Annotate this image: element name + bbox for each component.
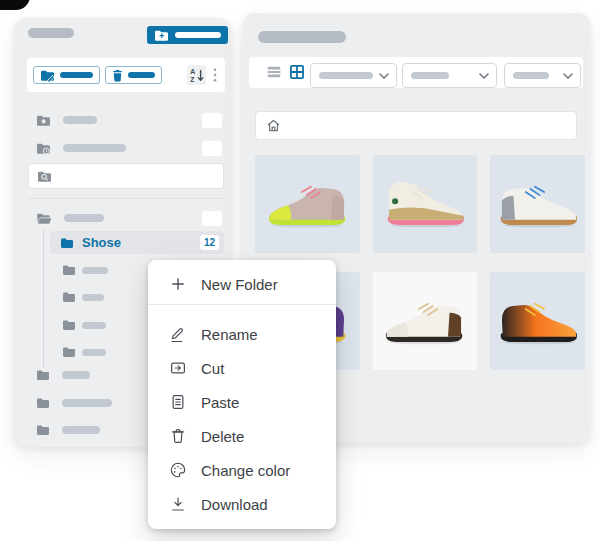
select-value-placeholder	[319, 72, 373, 79]
rename-folder-toolbar-button[interactable]	[33, 66, 100, 84]
folder-count-badge	[202, 113, 222, 128]
svg-text:A: A	[190, 68, 195, 75]
grid-view-icon	[289, 64, 305, 80]
menu-item-download[interactable]: Download	[148, 487, 336, 521]
folder-name-placeholder	[64, 214, 104, 222]
svg-text:Z: Z	[190, 75, 194, 82]
asset-card-sneaker-white-blue-gum[interactable]	[490, 155, 585, 253]
folder-icon	[36, 424, 50, 436]
folder-count-badge	[202, 211, 222, 226]
folder-action-buttons	[33, 66, 162, 84]
menu-item-delete[interactable]: Delete	[148, 419, 336, 453]
screenshot-root: AZ Shose12 New FolderRenameCutPasteDelet…	[0, 0, 600, 541]
content-title-placeholder	[258, 31, 346, 43]
more-options-button[interactable]	[211, 68, 219, 82]
folder-icon	[62, 264, 76, 276]
sneaker-neon-yellow-image	[262, 171, 354, 237]
list-view-toggle-button[interactable]	[266, 64, 282, 80]
folder-home-icon	[36, 114, 51, 127]
new-folder-button[interactable]	[147, 26, 228, 44]
sort-alpha-down-icon: AZ	[189, 67, 205, 84]
folder-name-placeholder	[62, 399, 112, 407]
folder-icon	[62, 291, 76, 303]
folder-icon	[62, 346, 76, 358]
asset-card-sneaker-neon-yellow[interactable]	[255, 155, 360, 253]
paste-icon	[168, 393, 188, 411]
folder-name-placeholder	[63, 116, 97, 124]
chevron-down-icon	[479, 73, 489, 79]
folder-name-placeholder	[82, 294, 104, 301]
folder-name-placeholder	[63, 144, 126, 152]
menu-item-label: Rename	[201, 326, 258, 343]
folder-name-placeholder	[62, 371, 90, 379]
sidebar-quick-item[interactable]	[14, 112, 231, 128]
sneaker-white-blue-gum-image	[492, 171, 584, 237]
folder-icon	[36, 397, 50, 409]
download-icon	[168, 495, 188, 513]
folder-plus-icon	[154, 29, 169, 42]
folder-search-icon	[37, 170, 52, 183]
sidebar-item-shose-selected[interactable]: Shose12	[50, 231, 224, 254]
filter-select-2[interactable]	[402, 63, 497, 88]
palette-icon	[168, 461, 188, 479]
asset-card-sneaker-white-brown[interactable]	[373, 272, 477, 370]
list-view-icon	[266, 64, 282, 80]
filter-select-1[interactable]	[310, 63, 397, 88]
trash-filled-icon	[112, 69, 123, 82]
cut-icon	[168, 359, 188, 377]
content-toolbar	[249, 57, 583, 88]
menu-item-rename[interactable]: Rename	[148, 317, 336, 351]
sort-button[interactable]: AZ	[187, 65, 206, 85]
folder-name-placeholder	[82, 267, 108, 274]
folder-name-placeholder	[82, 349, 106, 356]
sneaker-white-brown-image	[379, 288, 471, 354]
plus-icon	[168, 275, 188, 293]
menu-item-cut[interactable]: Cut	[148, 351, 336, 385]
menu-item-label: Cut	[201, 360, 224, 377]
delete-folder-toolbar-button[interactable]	[105, 66, 162, 84]
button-label-placeholder	[60, 72, 93, 78]
menu-item-label: Download	[201, 496, 268, 513]
trash-outline-icon	[168, 427, 188, 445]
menu-item-paste[interactable]: Paste	[148, 385, 336, 419]
asset-card-sneaker-white-tan-hightop[interactable]	[373, 155, 477, 253]
chevron-down-icon	[379, 73, 389, 79]
select-value-placeholder	[411, 72, 449, 79]
folder-clock-icon	[36, 142, 51, 155]
breadcrumb[interactable]	[255, 111, 577, 140]
menu-item-label: Change color	[201, 462, 290, 479]
folder-edit-icon	[40, 69, 55, 82]
kebab-icon	[213, 68, 217, 82]
grid-view-toggle-button[interactable]	[289, 64, 305, 80]
folder-name-placeholder	[62, 426, 100, 434]
chevron-down-icon	[563, 73, 573, 79]
folder-actions-toolbar: AZ	[27, 58, 225, 92]
home-icon	[266, 118, 281, 133]
asset-card-sneaker-orange-black[interactable]	[490, 272, 585, 370]
menu-item-label: Delete	[201, 428, 244, 445]
folder-icon-blue	[60, 237, 74, 249]
menu-item-new-folder[interactable]: New Folder	[148, 264, 336, 304]
folder-open-icon	[36, 212, 52, 225]
sidebar-quick-item[interactable]	[14, 140, 231, 156]
select-value-placeholder	[513, 72, 549, 79]
folder-context-menu: New FolderRenameCutPasteDeleteChange col…	[148, 260, 336, 529]
window-corner-decoration	[0, 0, 30, 10]
sneaker-white-tan-hightop-image	[379, 171, 471, 237]
menu-item-change-color[interactable]: Change color	[148, 453, 336, 487]
pencil-icon	[168, 325, 188, 343]
menu-divider	[148, 304, 336, 305]
menu-item-label: New Folder	[201, 276, 278, 293]
selected-folder-label: Shose	[82, 235, 121, 250]
folder-count-badge	[202, 141, 222, 156]
folder-icon	[62, 319, 76, 331]
menu-item-label: Paste	[201, 394, 239, 411]
button-label-placeholder	[175, 32, 221, 38]
folder-search-box[interactable]	[28, 163, 224, 189]
folder-name-placeholder	[82, 322, 106, 329]
sidebar-divider	[28, 198, 224, 199]
folder-icon	[36, 369, 50, 381]
sidebar-folder-row[interactable]	[14, 210, 231, 226]
filter-select-3[interactable]	[504, 63, 581, 88]
sneaker-orange-black-image	[492, 288, 584, 354]
